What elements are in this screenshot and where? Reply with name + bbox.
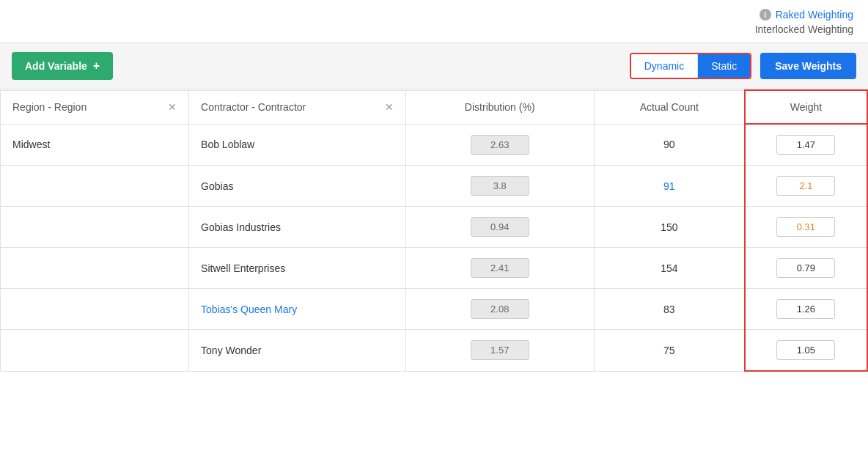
weight-cell	[745, 330, 867, 372]
distribution-input[interactable]	[471, 217, 529, 237]
table-row: Sitwell Enterprises154	[1, 248, 868, 289]
distribution-cell	[405, 124, 594, 166]
table-header-row: Region - Region ✕ Contractor - Contracto…	[1, 90, 868, 124]
contractor-name: Bob Loblaw	[201, 139, 254, 150]
weight-input[interactable]	[776, 299, 835, 319]
interlocked-weighting-label: Interlocked Weighting	[755, 23, 853, 35]
table-row: Tobias's Queen Mary83	[1, 289, 868, 330]
distribution-input[interactable]	[471, 340, 529, 360]
region-cell	[1, 166, 189, 207]
weight-column-header: Weight	[745, 90, 867, 124]
actual-count-value: 154	[661, 262, 677, 274]
weight-cell	[745, 207, 867, 248]
weight-input[interactable]	[776, 217, 835, 237]
actual-count-value: 75	[663, 345, 675, 356]
contractor-cell: Bob Loblaw	[189, 124, 406, 166]
distribution-input[interactable]	[471, 299, 529, 319]
distribution-header-label: Distribution (%)	[465, 101, 535, 113]
weight-input[interactable]	[776, 135, 835, 155]
weight-input[interactable]	[776, 340, 835, 360]
contractor-cell: Tobias's Queen Mary	[189, 289, 406, 330]
static-toggle-button[interactable]: Static	[698, 54, 750, 78]
distribution-cell	[405, 330, 594, 372]
contractor-close-icon[interactable]: ✕	[385, 101, 394, 113]
weight-input[interactable]	[776, 258, 835, 278]
contractor-column-header: Contractor - Contractor ✕	[189, 90, 406, 124]
add-variable-button[interactable]: Add Variable +	[12, 52, 113, 80]
info-icon: i	[760, 9, 771, 21]
add-variable-label: Add Variable	[25, 60, 87, 72]
distribution-cell	[405, 289, 594, 330]
actual-count-value: 91	[663, 180, 675, 192]
weight-cell	[745, 248, 867, 289]
raked-weighting-item[interactable]: i Raked Weighting	[760, 9, 853, 21]
actual-count-value: 150	[661, 221, 677, 233]
toolbar: Add Variable + Dynamic Static Save Weigh…	[0, 43, 868, 89]
contractor-name: Tobias's Queen Mary	[201, 304, 297, 315]
contractor-name: Sitwell Enterprises	[201, 262, 285, 274]
table-row: Gobias Industries150	[1, 207, 868, 248]
actual-count-cell: 154	[594, 248, 745, 289]
actual-count-column-header: Actual Count	[594, 90, 745, 124]
toolbar-right: Dynamic Static Save Weights	[630, 53, 856, 79]
contractor-cell: Sitwell Enterprises	[189, 248, 406, 289]
table-body: MidwestBob Loblaw90Gobias91Gobias Indust…	[1, 124, 868, 371]
region-cell	[1, 248, 189, 289]
distribution-input[interactable]	[471, 135, 529, 155]
raked-weighting-label: Raked Weighting	[776, 9, 853, 21]
table-row: Tony Wonder75	[1, 330, 868, 372]
contractor-cell: Tony Wonder	[189, 330, 406, 372]
actual-count-cell: 90	[594, 124, 745, 166]
contractor-name: Gobias Industries	[201, 221, 281, 233]
actual-count-value: 90	[663, 139, 675, 150]
weight-header-label: Weight	[790, 101, 822, 113]
actual-count-cell: 75	[594, 330, 745, 372]
weight-input[interactable]	[776, 176, 835, 196]
distribution-cell	[405, 248, 594, 289]
weight-cell	[745, 124, 867, 166]
actual-count-value: 83	[663, 304, 675, 315]
weight-cell	[745, 166, 867, 207]
distribution-input[interactable]	[471, 176, 529, 196]
dynamic-static-toggle: Dynamic Static	[630, 53, 751, 79]
actual-count-cell: 83	[594, 289, 745, 330]
weight-cell	[745, 289, 867, 330]
distribution-input[interactable]	[471, 258, 529, 278]
interlocked-weighting-item[interactable]: Interlocked Weighting	[755, 23, 853, 35]
data-table: Region - Region ✕ Contractor - Contracto…	[0, 89, 868, 372]
region-cell: Midwest	[1, 124, 189, 166]
top-right-menu: i Raked Weighting Interlocked Weighting	[0, 0, 868, 43]
region-cell	[1, 289, 189, 330]
data-table-container: Region - Region ✕ Contractor - Contracto…	[0, 89, 868, 372]
table-row: Gobias91	[1, 166, 868, 207]
dynamic-toggle-button[interactable]: Dynamic	[631, 54, 698, 78]
region-column-header: Region - Region ✕	[1, 90, 189, 124]
region-cell	[1, 330, 189, 372]
table-row: MidwestBob Loblaw90	[1, 124, 868, 166]
distribution-cell	[405, 207, 594, 248]
region-cell	[1, 207, 189, 248]
contractor-header-label: Contractor - Contractor	[201, 101, 306, 113]
actual-count-cell: 91	[594, 166, 745, 207]
page-wrapper: i Raked Weighting Interlocked Weighting …	[0, 0, 868, 456]
plus-icon: +	[93, 59, 100, 73]
region-close-icon[interactable]: ✕	[168, 101, 177, 113]
contractor-cell: Gobias Industries	[189, 207, 406, 248]
distribution-column-header: Distribution (%)	[405, 90, 594, 124]
contractor-cell: Gobias	[189, 166, 406, 207]
save-weights-button[interactable]: Save Weights	[760, 53, 856, 79]
contractor-name: Tony Wonder	[201, 345, 261, 356]
actual-count-header-label: Actual Count	[640, 101, 699, 113]
distribution-cell	[405, 166, 594, 207]
region-header-label: Region - Region	[12, 101, 87, 113]
contractor-name: Gobias	[201, 180, 233, 192]
actual-count-cell: 150	[594, 207, 745, 248]
